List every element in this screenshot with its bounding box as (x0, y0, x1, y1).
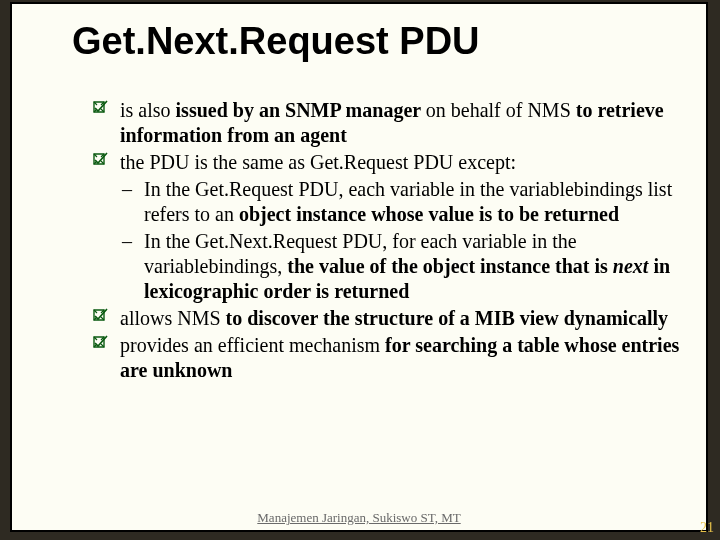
bullet-item: is also issued by an SNMP manager on beh… (92, 98, 682, 148)
checkbook-icon (92, 335, 108, 351)
checkbook-icon (92, 100, 108, 116)
bullet-text: In the Get.Next.Request PDU, for each va… (144, 230, 670, 302)
dash-icon: – (122, 229, 132, 254)
slide-content: is also issued by an SNMP manager on beh… (92, 98, 682, 385)
checkbook-icon (92, 308, 108, 324)
bullet-text: the PDU is the same as Get.Request PDU e… (120, 151, 516, 173)
bullet-text: provides an efficient mechanism for sear… (120, 334, 679, 381)
page-number: 21 (700, 520, 714, 536)
checkbook-icon (92, 152, 108, 168)
sub-bullet-item: – In the Get.Next.Request PDU, for each … (92, 229, 682, 304)
bullet-text: is also issued by an SNMP manager on beh… (120, 99, 664, 146)
sub-bullet-item: – In the Get.Request PDU, each variable … (92, 177, 682, 227)
bullet-text: In the Get.Request PDU, each variable in… (144, 178, 672, 225)
bullet-item: provides an efficient mechanism for sear… (92, 333, 682, 383)
bullet-text: allows NMS to discover the structure of … (120, 307, 668, 329)
dash-icon: – (122, 177, 132, 202)
bullet-item: allows NMS to discover the structure of … (92, 306, 682, 331)
slide: Get.Next.Request PDU is also issued by a… (10, 2, 708, 532)
bullet-item: the PDU is the same as Get.Request PDU e… (92, 150, 682, 175)
slide-title: Get.Next.Request PDU (72, 20, 480, 63)
footer-text: Manajemen Jaringan, Sukiswo ST, MT (12, 510, 706, 526)
